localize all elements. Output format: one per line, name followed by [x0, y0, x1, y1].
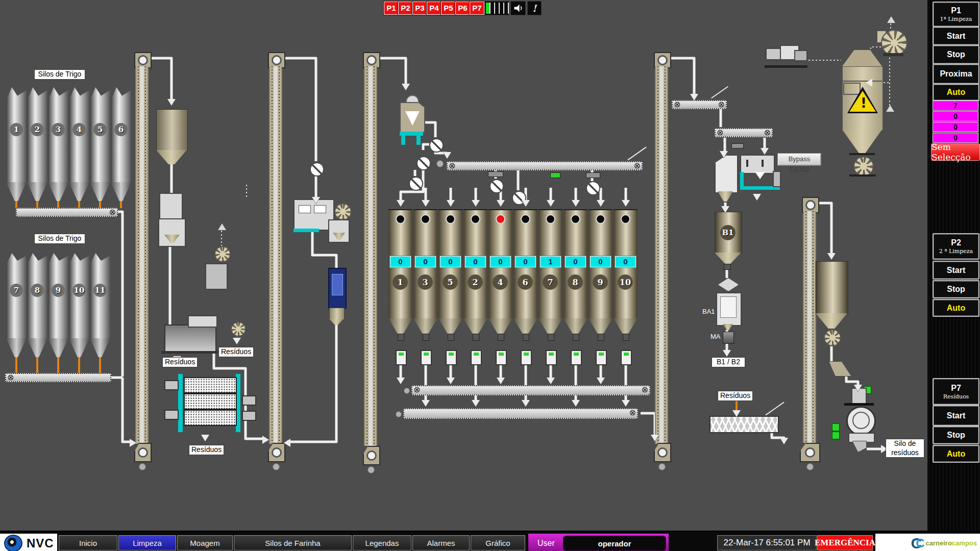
rotary-valve [846, 406, 876, 436]
tempering-bin-5[interactable]: 05 [438, 209, 462, 318]
silo-11[interactable]: 11 [90, 253, 110, 338]
elevator-2 [269, 66, 282, 444]
p1-page-button[interactable]: P1 1ª Limpeza [933, 2, 979, 27]
p7-auto-button[interactable]: Auto [933, 445, 979, 463]
bin-counter: 0 [490, 256, 511, 267]
diverter-valve [310, 162, 324, 177]
silo-6[interactable]: 6 [111, 87, 131, 182]
nav-limpeza[interactable]: Limpeza [118, 535, 176, 550]
tempering-bin-2[interactable]: 02 [463, 209, 487, 318]
operator-button[interactable]: operador [563, 536, 666, 551]
air-arrow [866, 79, 872, 87]
bin-number: 8 [568, 274, 583, 290]
alarm-page-p4-button[interactable]: P4 [427, 2, 442, 15]
silo-1[interactable]: 1 [6, 87, 27, 182]
bin-outlet [398, 334, 404, 341]
silo-5[interactable]: 5 [90, 87, 110, 182]
p1-subtitle: 1ª Limpeza [940, 16, 972, 22]
buffer-silo [816, 261, 848, 314]
silo-9[interactable]: 9 [48, 253, 68, 338]
p1-proxima-button[interactable]: Proxima [933, 64, 979, 84]
tempering-bin-7[interactable]: 17 [538, 209, 562, 318]
diverter-valve [416, 156, 431, 170]
p1-auto-button[interactable]: Auto [933, 84, 979, 101]
cyclone-feeder [328, 219, 350, 243]
emergency-button[interactable]: EMERGÊNCIA [817, 535, 873, 550]
silo-number: 6 [114, 123, 128, 136]
alarm-page-p5-button[interactable]: P5 [441, 2, 456, 15]
p7-stop-button[interactable]: Stop [933, 426, 979, 444]
pulley-icon [805, 200, 816, 210]
transfer-conveyor-1: ⊗ ⊗ [672, 100, 727, 109]
nav-legendas[interactable]: Legendas [353, 535, 411, 550]
p2-auto-button[interactable]: Auto [933, 299, 979, 317]
alarm-page-p6-button[interactable]: P6 [455, 2, 470, 15]
mill-panel [188, 315, 217, 328]
tempering-bin-6[interactable]: 06 [513, 209, 537, 318]
bin-counter: 0 [440, 256, 461, 267]
silo-4[interactable]: 4 [69, 87, 89, 182]
silo-8[interactable]: 8 [27, 253, 47, 338]
p1-start-button[interactable]: Start [933, 27, 979, 45]
bin-counter: 0 [565, 256, 586, 267]
flow-arrow [130, 439, 136, 447]
ba1-scale [716, 292, 742, 326]
p2-start-button[interactable]: Start [933, 261, 979, 280]
fan-icon [214, 246, 231, 262]
flow-arrow [284, 439, 290, 447]
flow-arrow [721, 206, 729, 213]
silo-7[interactable]: 7 [6, 253, 27, 338]
tempering-bin-8[interactable]: 08 [564, 209, 587, 318]
silo-3[interactable]: 3 [48, 87, 68, 182]
silo-10[interactable]: 10 [69, 253, 89, 338]
p7-start-button[interactable]: Start [933, 405, 979, 426]
alarm-page-p3-button[interactable]: P3 [412, 2, 427, 15]
nav-silos-de-farinha[interactable]: Silos de Farinha [234, 535, 352, 550]
separator-leg [401, 136, 405, 145]
alarm-page-p2-button[interactable]: P2 [398, 2, 413, 15]
bin-feed-conveyor: ⊗ ⊗ [447, 161, 643, 170]
tempering-bin-4[interactable]: 04 [488, 209, 512, 318]
nvc-brand: NVC [27, 536, 54, 550]
silo-number: 4 [72, 123, 86, 136]
silo-number: 3 [52, 123, 65, 136]
plansifter-rail [178, 374, 183, 432]
tempering-bin-3[interactable]: 03 [413, 209, 437, 318]
surge-bin [329, 308, 345, 320]
p2-stop-button[interactable]: Stop [933, 280, 979, 298]
silo-number: 7 [10, 284, 23, 297]
p2-page-button[interactable]: P2 2 ª Limpeza [933, 233, 979, 260]
alarm-ack-button[interactable]: ! [527, 1, 542, 15]
nav-inicio[interactable]: Inicio [59, 535, 117, 550]
p1-value-2: 0 [933, 111, 978, 121]
tempering-bin-1[interactable]: 01 [388, 209, 412, 318]
pulley-icon [138, 447, 148, 458]
alarm-page-p7-button[interactable]: P7 [470, 2, 484, 15]
flow-arrow [780, 438, 788, 444]
p7-subtitle: Resíduos [943, 393, 969, 400]
bin-number: 3 [418, 274, 433, 290]
slot [746, 160, 748, 167]
pulley-icon [805, 447, 815, 458]
bypass-es202-button[interactable]: Bypass ES202 [777, 153, 821, 166]
p1-stop-button[interactable]: Stop [933, 45, 979, 64]
grain-separator [400, 102, 425, 133]
nav-alarmes[interactable]: Alarmes [412, 535, 470, 550]
pulley-icon [272, 447, 282, 458]
horn-button[interactable] [510, 1, 526, 15]
alarm-page-p1-button[interactable]: P1 [384, 2, 399, 15]
p7-title: P7 [951, 384, 961, 393]
no-selection-button[interactable]: Sem Selecção [931, 143, 980, 161]
tempering-bin-10[interactable]: 010 [614, 209, 638, 318]
p7-page-button[interactable]: P7 Resíduos [933, 378, 979, 405]
nav-moagem[interactable]: Moagem [177, 535, 233, 550]
nav-grafico[interactable]: Gráfico [471, 535, 525, 550]
motor-icon [164, 380, 179, 390]
bin-status-light [596, 214, 605, 224]
discharge-gate [471, 350, 482, 365]
ma-valve [723, 332, 734, 344]
silo-2[interactable]: 2 [27, 87, 47, 182]
bin-number: 5 [443, 274, 458, 290]
discharge-gate [396, 350, 407, 365]
tempering-bin-9[interactable]: 09 [589, 209, 612, 318]
